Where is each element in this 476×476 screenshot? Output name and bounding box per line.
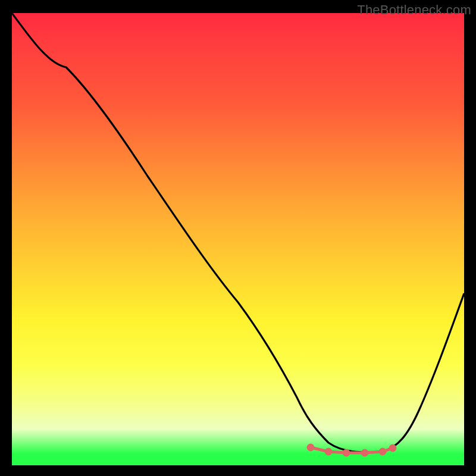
watermark-label: TheBottleneck.com [357, 2, 471, 18]
plot-frame [12, 13, 464, 465]
bottleneck-curve [12, 13, 464, 452]
plot-area [12, 13, 464, 465]
chart-container: TheBottleneck.com [0, 0, 476, 476]
curve-layer [12, 13, 464, 465]
